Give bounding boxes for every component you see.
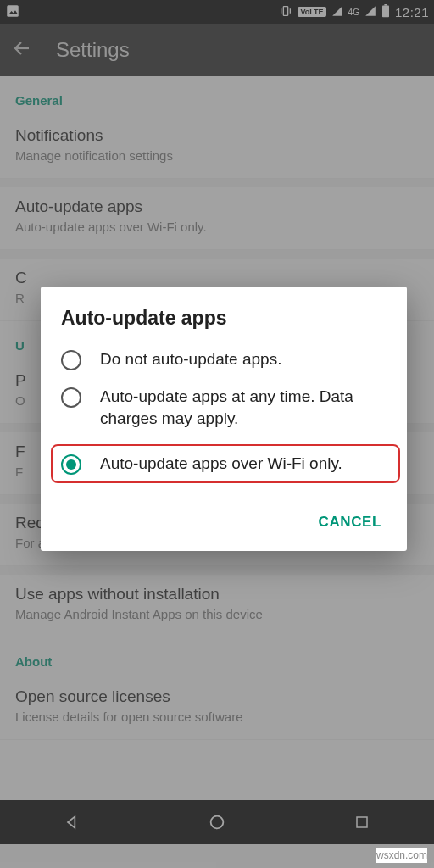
dialog-actions: CANCEL xyxy=(61,498,390,537)
option-label: Do not auto-update apps. xyxy=(100,348,281,370)
option-label: Auto-update apps at any time. Data charg… xyxy=(100,386,390,429)
cancel-button[interactable]: CANCEL xyxy=(310,507,390,537)
radio-icon xyxy=(61,350,81,370)
option-no-update[interactable]: Do not auto-update apps. xyxy=(61,348,390,370)
option-label: Auto-update apps over Wi-Fi only. xyxy=(100,453,342,475)
dialog-title: Auto-update apps xyxy=(61,307,390,330)
option-wifi-only[interactable]: Auto-update apps over Wi-Fi only. xyxy=(51,444,400,483)
radio-selected-icon xyxy=(61,454,81,475)
auto-update-dialog: Auto-update apps Do not auto-update apps… xyxy=(41,287,407,551)
radio-icon xyxy=(61,387,81,408)
watermark: wsxdn.com xyxy=(376,848,427,863)
screen: VoLTE 4G 12:21 Settings General Notifica… xyxy=(0,0,434,868)
option-anytime[interactable]: Auto-update apps at any time. Data charg… xyxy=(61,386,390,429)
